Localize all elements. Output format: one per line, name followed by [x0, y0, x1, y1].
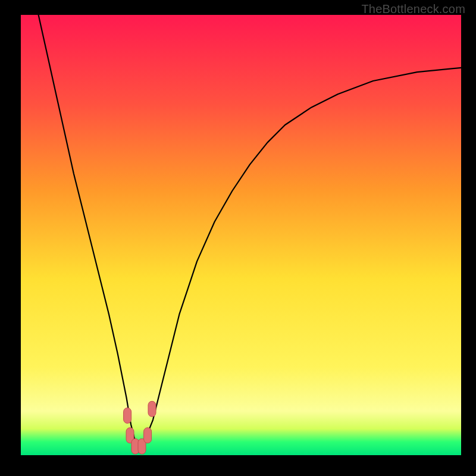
fit-badge-right-bottom [144, 428, 152, 443]
bottleneck-curve-line [39, 15, 461, 446]
fit-badge-left-top [124, 408, 131, 423]
bottleneck-chart [0, 0, 476, 476]
fit-badge-right-top [148, 401, 156, 416]
optimal-fit-markers [124, 401, 156, 454]
